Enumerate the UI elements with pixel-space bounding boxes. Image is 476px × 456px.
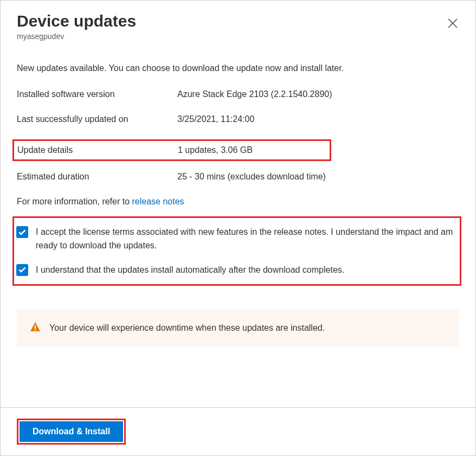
- device-updates-panel: Device updates myasegpudev New updates a…: [0, 0, 476, 456]
- accept-license-checkbox[interactable]: [16, 226, 28, 238]
- check-icon: [18, 267, 26, 273]
- last-updated-row: Last successfully updated on 3/25/2021, …: [17, 114, 459, 124]
- update-details-row: Update details 1 updates, 3.06 GB: [17, 145, 326, 155]
- download-install-button[interactable]: Download & Install: [20, 421, 123, 442]
- last-updated-label: Last successfully updated on: [17, 114, 177, 124]
- check-icon: [18, 229, 26, 235]
- accept-license-label: I accept the license terms associated wi…: [36, 226, 454, 253]
- close-icon: [448, 18, 458, 28]
- panel-content: New updates available. You can choose to…: [1, 45, 475, 407]
- last-updated-value: 3/25/2021, 11:24:00: [177, 114, 459, 124]
- accept-license-row: I accept the license terms associated wi…: [16, 226, 454, 253]
- installed-version-value: Azure Stack Edge 2103 (2.2.1540.2890): [177, 89, 459, 99]
- installed-version-label: Installed software version: [17, 89, 177, 99]
- page-title: Device updates: [17, 11, 459, 31]
- update-details-value: 1 updates, 3.06 GB: [178, 145, 326, 155]
- release-notes-link[interactable]: release notes: [132, 197, 184, 206]
- duration-value: 25 - 30 mins (excludes download time): [177, 172, 459, 182]
- download-install-highlight: Download & Install: [17, 419, 126, 445]
- svg-rect-3: [35, 330, 36, 331]
- more-info-text: For more information, refer to release n…: [17, 197, 459, 207]
- more-info-prefix: For more information, refer to: [17, 197, 132, 206]
- warning-icon: [30, 322, 41, 335]
- installed-version-row: Installed software version Azure Stack E…: [17, 89, 459, 99]
- panel-footer: Download & Install: [1, 407, 475, 455]
- update-details-label: Update details: [17, 145, 178, 155]
- update-details-highlight: Update details 1 updates, 3.06 GB: [12, 139, 331, 161]
- auto-install-row: I understand that the updates install au…: [16, 264, 454, 277]
- device-name: myasegpudev: [17, 32, 459, 41]
- intro-text: New updates available. You can choose to…: [17, 63, 459, 73]
- svg-rect-2: [35, 325, 36, 329]
- duration-label: Estimated duration: [17, 172, 177, 182]
- warning-text: Your device will experience downtime whe…: [49, 323, 325, 333]
- warning-banner: Your device will experience downtime whe…: [17, 310, 459, 346]
- panel-header: Device updates myasegpudev: [1, 1, 475, 45]
- checkbox-highlight: I accept the license terms associated wi…: [12, 216, 461, 286]
- auto-install-checkbox[interactable]: [16, 264, 28, 276]
- close-button[interactable]: [446, 17, 459, 30]
- auto-install-label: I understand that the updates install au…: [36, 264, 344, 277]
- duration-row: Estimated duration 25 - 30 mins (exclude…: [17, 172, 459, 182]
